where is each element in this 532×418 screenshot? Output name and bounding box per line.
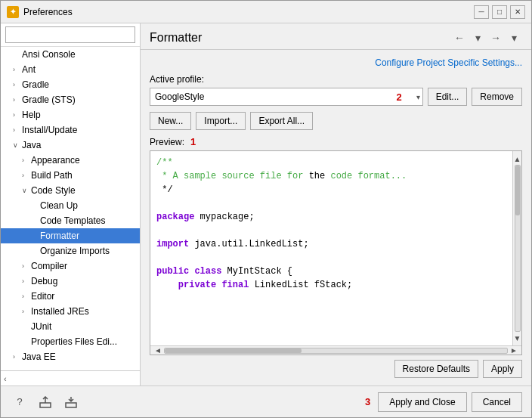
active-profile-label: Active profile: (150, 74, 522, 85)
sidebar-item-label: Appearance (31, 155, 80, 166)
arrow-icon: › (13, 126, 22, 134)
sidebar-item-formatter[interactable]: Formatter (1, 228, 140, 243)
nav-forward-dropdown-button[interactable]: ▾ (506, 29, 522, 46)
minimize-button[interactable]: ─ (474, 5, 489, 19)
arrow-icon: › (22, 172, 31, 179)
profile-select-wrapper: GoogleStyle ▾ 2 (150, 88, 423, 106)
sidebar-item-help[interactable]: › Help (1, 107, 140, 122)
arrow-icon: › (13, 111, 22, 119)
sidebar-item-label: Code Style (31, 185, 76, 196)
profile-select[interactable]: GoogleStyle (150, 88, 423, 106)
arrow-icon: › (13, 66, 22, 73)
sidebar-item-label: Help (22, 110, 41, 120)
vertical-scrollbar[interactable]: ▲ ▼ (512, 151, 521, 345)
arrow-icon: › (22, 156, 31, 164)
maximize-button[interactable]: □ (492, 5, 507, 19)
apply-and-close-button[interactable]: Apply and Close (378, 392, 466, 412)
footer: ? 3 Apply and Close Cancel (1, 385, 531, 417)
panel-header: Formatter ← ▾ → ▾ (141, 23, 531, 50)
configure-link[interactable]: Configure Project Specific Settings... (375, 57, 522, 68)
sidebar-item-label: Debug (31, 276, 57, 286)
sidebar-item-appearance[interactable]: › Appearance (1, 153, 140, 168)
sidebar-item-label: Java (22, 140, 41, 150)
sidebar-item-label: Installed JREs (31, 306, 89, 317)
sidebar-item-label: Install/Update (22, 125, 77, 135)
sidebar-item-debug[interactable]: › Debug (1, 274, 140, 289)
sidebar-item-label: Clean Up (40, 200, 78, 211)
bottom-action-row: Restore Defaults Apply (150, 355, 522, 378)
import-icon (65, 396, 77, 408)
left-panel: Ansi Console › Ant › Gradle › Gradle (ST… (1, 23, 141, 385)
panel-nav-buttons: ← ▾ → ▾ (451, 29, 522, 46)
sidebar-item-ant[interactable]: › Ant (1, 62, 140, 77)
export-icon-button[interactable] (36, 392, 55, 412)
preview-num-badge: 1 (190, 136, 196, 147)
sidebar-item-label: Compiler (31, 261, 67, 271)
preferences-window: ✦ Preferences ─ □ ✕ Ansi Console › (0, 0, 532, 418)
panel-body: Configure Project Specific Settings... A… (141, 50, 531, 385)
arrow-icon: › (22, 293, 31, 300)
main-content: Ansi Console › Ant › Gradle › Gradle (ST… (1, 23, 531, 385)
preview-code-container: /** * A sample source file for the code … (150, 150, 522, 355)
sidebar-item-label: Gradle (STS) (22, 94, 76, 105)
sidebar-item-ansi-console[interactable]: Ansi Console (1, 47, 140, 62)
arrow-icon: › (22, 262, 31, 270)
sidebar-item-gradle-sts[interactable]: › Gradle (STS) (1, 92, 140, 107)
sidebar-item-label: Build Path (31, 170, 73, 181)
footer-num-badge: 3 (365, 396, 370, 407)
window-title: Preferences (23, 7, 474, 17)
code-area-wrapper: /** * A sample source file for the code … (150, 151, 521, 345)
sidebar-item-build-path[interactable]: › Build Path (1, 168, 140, 183)
sidebar-item-label: Properties Files Edi... (31, 336, 117, 347)
profile-row: GoogleStyle ▾ 2 Edit... Remove (150, 88, 522, 106)
sidebar-item-properties-files[interactable]: Properties Files Edi... (1, 334, 140, 349)
tree-area: Ansi Console › Ant › Gradle › Gradle (ST… (1, 47, 140, 370)
sidebar-item-label: Organize Imports (40, 246, 110, 256)
sidebar-item-installed-jres[interactable]: › Installed JREs (1, 304, 140, 319)
arrow-icon: › (13, 353, 22, 361)
cancel-button[interactable]: Cancel (472, 392, 522, 412)
help-icon-button[interactable]: ? (10, 392, 29, 412)
sidebar-item-editor[interactable]: › Editor (1, 289, 140, 304)
scrollbar-v-thumb (515, 166, 520, 215)
sidebar-item-clean-up[interactable]: Clean Up (1, 198, 140, 213)
apply-button[interactable]: Apply (483, 360, 522, 378)
sidebar-item-install-update[interactable]: › Install/Update (1, 122, 140, 138)
import-icon-button[interactable] (61, 392, 81, 412)
arrow-icon: › (22, 277, 31, 285)
sidebar-item-code-style[interactable]: ∨ Code Style (1, 183, 140, 198)
sidebar-item-java-ee[interactable]: › Java EE (1, 349, 140, 364)
scrollbar-h-thumb (165, 348, 302, 353)
sidebar-item-junit[interactable]: JUnit (1, 319, 140, 334)
preview-text: Preview: (150, 137, 184, 147)
panel-title: Formatter (150, 31, 202, 45)
search-input[interactable] (5, 26, 135, 43)
svg-rect-1 (66, 403, 76, 407)
sidebar-item-label: Java EE (22, 351, 56, 362)
edit-button[interactable]: Edit... (428, 88, 468, 106)
search-box (1, 23, 140, 47)
remove-button[interactable]: Remove (472, 88, 522, 106)
expand-icon: ‹ (4, 374, 7, 383)
sidebar-item-gradle[interactable]: › Gradle (1, 77, 140, 92)
export-all-button[interactable]: Export All... (250, 112, 313, 130)
sidebar-item-label: Ansi Console (22, 49, 76, 60)
nav-dropdown-button[interactable]: ▾ (469, 29, 486, 46)
import-button[interactable]: Import... (196, 112, 246, 130)
sidebar-item-java[interactable]: ∨ Java (1, 138, 140, 153)
right-panel: Formatter ← ▾ → ▾ Configure Project Spec… (141, 23, 531, 385)
left-panel-expand[interactable]: ‹ (1, 370, 140, 385)
arrow-icon: ∨ (13, 141, 22, 149)
nav-forward-button[interactable]: → (487, 29, 504, 46)
close-button[interactable]: ✕ (510, 5, 525, 19)
sidebar-item-compiler[interactable]: › Compiler (1, 259, 140, 274)
restore-defaults-button[interactable]: Restore Defaults (394, 360, 478, 378)
svg-rect-0 (40, 403, 51, 407)
horizontal-scrollbar[interactable]: ◄ ► (150, 345, 521, 355)
new-button[interactable]: New... (150, 112, 191, 130)
nav-back-button[interactable]: ← (451, 29, 468, 46)
sidebar-item-code-templates[interactable]: Code Templates (1, 213, 140, 228)
configure-link-container: Configure Project Specific Settings... (150, 57, 522, 68)
sidebar-item-organize-imports[interactable]: Organize Imports (1, 243, 140, 259)
title-bar: ✦ Preferences ─ □ ✕ (1, 1, 531, 23)
